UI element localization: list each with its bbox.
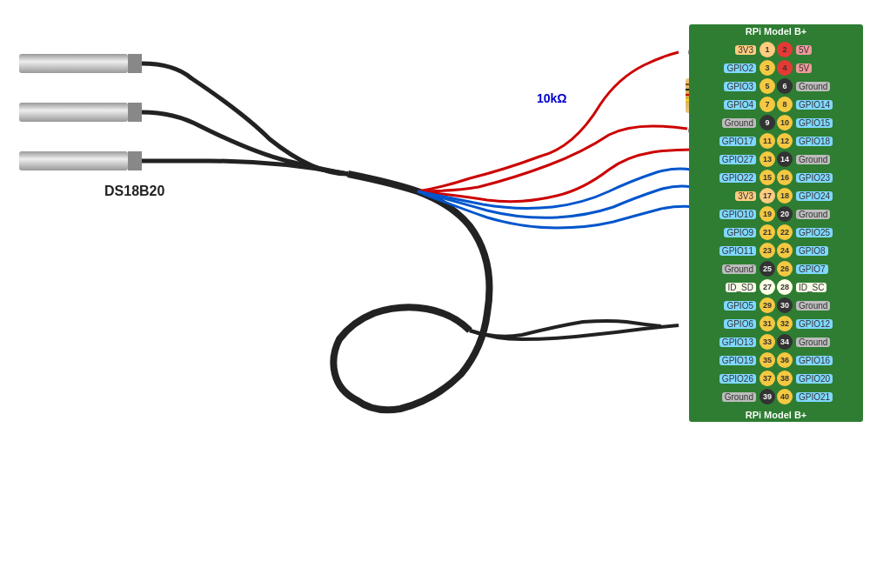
pin-number-right: 12 xyxy=(777,133,793,149)
pin-number-right: 38 xyxy=(777,371,793,386)
pin-number-left: 15 xyxy=(760,170,775,185)
pin-number-left: 5 xyxy=(760,78,775,94)
pin-label-right: GPIO14 xyxy=(793,100,847,110)
pin-label-left: GPIO2 xyxy=(705,63,759,73)
pin-number-left: 1 xyxy=(760,42,775,57)
pin-row: GPIO356Ground xyxy=(693,77,860,95)
pin-row: GPIO2345V xyxy=(693,59,860,77)
pin-number-left: 27 xyxy=(760,279,775,295)
pin-label-right: Ground xyxy=(793,210,847,219)
pin-label-right: GPIO24 xyxy=(793,191,847,201)
pin-row: GPIO221516GPIO23 xyxy=(693,169,860,186)
svg-rect-1 xyxy=(128,54,142,73)
pin-label-right: GPIO20 xyxy=(793,374,847,384)
pin-label-left: GPIO6 xyxy=(705,319,759,329)
pin-row: GPIO263738GPIO20 xyxy=(693,370,860,387)
pin-number-left: 39 xyxy=(760,389,775,404)
pin-number-left: 3 xyxy=(760,60,775,76)
pin-label-right: GPIO7 xyxy=(793,264,847,274)
pin-label-left: GPIO17 xyxy=(705,137,759,146)
pin-number-right: 4 xyxy=(777,60,793,76)
pin-row: GPIO133334Ground xyxy=(693,333,860,351)
pin-number-left: 31 xyxy=(760,316,775,331)
pin-number-left: 33 xyxy=(760,334,775,350)
pin-number-right: 26 xyxy=(777,261,793,277)
pin-number-left: 25 xyxy=(760,261,775,277)
pin-label-right: GPIO16 xyxy=(793,356,847,365)
board-body: 3V3125VGPIO2345VGPIO356GroundGPIO478GPIO… xyxy=(689,38,863,408)
pin-label-right: ID_SC xyxy=(793,283,847,292)
pin-label-right: Ground xyxy=(793,337,847,347)
pin-number-left: 9 xyxy=(760,115,775,130)
pin-number-right: 18 xyxy=(777,188,793,204)
pin-row: GPIO52930Ground xyxy=(693,297,860,314)
pin-row: GPIO478GPIO14 xyxy=(693,96,860,113)
pin-label-left: GPIO27 xyxy=(705,155,759,164)
pin-row: GPIO271314Ground xyxy=(693,150,860,168)
pin-number-left: 37 xyxy=(760,371,775,386)
pin-row: GPIO101920Ground xyxy=(693,205,860,223)
pin-number-left: 7 xyxy=(760,97,775,112)
pin-number-right: 14 xyxy=(777,151,793,167)
pin-row: GPIO92122GPIO25 xyxy=(693,224,860,241)
pin-number-right: 20 xyxy=(777,206,793,222)
pin-label-right: GPIO8 xyxy=(793,246,847,256)
pin-label-right: GPIO15 xyxy=(793,118,847,128)
pin-label-left: GPIO13 xyxy=(705,337,759,347)
pin-label-left: Ground xyxy=(705,392,759,402)
board-footer: RPi Model B+ xyxy=(689,408,863,422)
pin-number-left: 19 xyxy=(760,206,775,222)
pin-row: 3V3125V xyxy=(693,41,860,58)
pin-row: GPIO193536GPIO16 xyxy=(693,351,860,369)
pin-row: GPIO171112GPIO18 xyxy=(693,132,860,150)
svg-text:10kΩ: 10kΩ xyxy=(537,91,567,105)
svg-rect-5 xyxy=(128,151,142,170)
pin-label-right: Ground xyxy=(793,82,847,91)
pin-row: Ground3940GPIO21 xyxy=(693,388,860,405)
pin-number-right: 32 xyxy=(777,316,793,331)
pin-number-right: 24 xyxy=(777,243,793,258)
pin-number-right: 22 xyxy=(777,224,793,240)
svg-rect-4 xyxy=(19,151,128,170)
pin-label-left: Ground xyxy=(705,118,759,128)
pin-number-right: 30 xyxy=(777,297,793,313)
pin-row: ID_SD2728ID_SC xyxy=(693,278,860,296)
pin-label-right: GPIO23 xyxy=(793,173,847,183)
pin-label-right: GPIO25 xyxy=(793,228,847,237)
pin-number-right: 16 xyxy=(777,170,793,185)
pin-label-left: GPIO22 xyxy=(705,173,759,183)
pin-label-right: 5V xyxy=(793,45,847,55)
pin-number-right: 8 xyxy=(777,97,793,112)
pin-number-right: 6 xyxy=(777,78,793,94)
svg-rect-3 xyxy=(128,103,142,122)
pin-label-right: 5V xyxy=(793,63,847,73)
pin-row: Ground2526GPIO7 xyxy=(693,260,860,277)
pin-label-left: GPIO9 xyxy=(705,228,759,237)
pin-label-left: 3V3 xyxy=(705,45,759,55)
pin-number-left: 21 xyxy=(760,224,775,240)
pin-label-left: 3V3 xyxy=(705,191,759,201)
pin-number-right: 34 xyxy=(777,334,793,350)
pin-row: GPIO112324GPIO8 xyxy=(693,242,860,259)
pin-label-left: GPIO4 xyxy=(705,100,759,110)
pin-label-left: Ground xyxy=(705,264,759,274)
pin-label-right: GPIO18 xyxy=(793,137,847,146)
pin-row: Ground910GPIO15 xyxy=(693,114,860,131)
pin-number-right: 10 xyxy=(777,115,793,130)
pin-label-left: GPIO3 xyxy=(705,82,759,91)
pin-number-left: 13 xyxy=(760,151,775,167)
pin-number-left: 11 xyxy=(760,133,775,149)
pin-number-left: 23 xyxy=(760,243,775,258)
svg-rect-2 xyxy=(19,103,128,122)
board-header: RPi Model B+ xyxy=(689,24,863,38)
pin-number-right: 28 xyxy=(777,279,793,295)
pin-label-right: Ground xyxy=(793,155,847,164)
svg-rect-0 xyxy=(19,54,128,73)
pin-number-right: 36 xyxy=(777,352,793,368)
gpio-board: RPi Model B+ 3V3125VGPIO2345VGPIO356Grou… xyxy=(689,24,863,422)
pin-label-left: GPIO26 xyxy=(705,374,759,384)
pin-label-left: GPIO10 xyxy=(705,210,759,219)
pin-number-left: 17 xyxy=(760,188,775,204)
pin-label-right: GPIO12 xyxy=(793,319,847,329)
pin-row: 3V31718GPIO24 xyxy=(693,187,860,204)
